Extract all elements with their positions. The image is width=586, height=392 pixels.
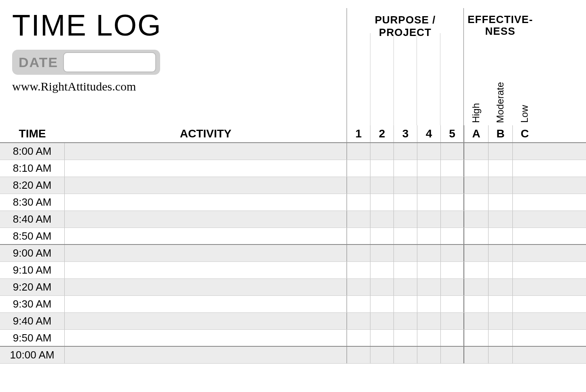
purpose-cell[interactable] [440, 296, 464, 312]
purpose-cell[interactable] [370, 347, 393, 363]
effectiveness-cell[interactable] [512, 143, 537, 160]
effectiveness-cell[interactable] [488, 330, 512, 346]
effectiveness-cell[interactable] [488, 228, 512, 244]
purpose-cell[interactable] [440, 211, 464, 228]
activity-cell[interactable] [65, 279, 347, 295]
purpose-cell[interactable] [370, 228, 393, 244]
effectiveness-cell[interactable] [488, 160, 512, 177]
effectiveness-cell[interactable] [464, 194, 488, 211]
purpose-cell[interactable] [347, 160, 370, 177]
purpose-cell[interactable] [440, 177, 464, 194]
purpose-cell[interactable] [440, 262, 464, 278]
effectiveness-cell[interactable] [512, 262, 537, 278]
purpose-cell[interactable] [370, 313, 393, 329]
purpose-cell[interactable] [347, 296, 370, 312]
purpose-cell[interactable] [393, 245, 417, 261]
purpose-cell[interactable] [440, 245, 464, 261]
purpose-cell[interactable] [370, 160, 393, 177]
purpose-cell[interactable] [417, 160, 440, 177]
purpose-cell[interactable] [393, 143, 417, 160]
purpose-cell[interactable] [370, 330, 393, 346]
purpose-cell[interactable] [370, 194, 393, 211]
activity-cell[interactable] [65, 296, 347, 312]
effectiveness-cell[interactable] [488, 279, 512, 295]
effectiveness-cell[interactable] [464, 262, 488, 278]
purpose-cell[interactable] [347, 279, 370, 295]
purpose-cell[interactable] [347, 211, 370, 228]
purpose-cell[interactable] [417, 177, 440, 194]
effectiveness-cell[interactable] [464, 330, 488, 346]
purpose-cell[interactable] [370, 143, 393, 160]
activity-cell[interactable] [65, 143, 347, 160]
effectiveness-cell[interactable] [464, 160, 488, 177]
purpose-cell[interactable] [347, 330, 370, 346]
effectiveness-cell[interactable] [488, 296, 512, 312]
purpose-cell[interactable] [393, 228, 417, 244]
activity-cell[interactable] [65, 177, 347, 194]
purpose-cell[interactable] [417, 296, 440, 312]
activity-cell[interactable] [65, 330, 347, 346]
effectiveness-cell[interactable] [464, 143, 488, 160]
activity-cell[interactable] [65, 211, 347, 228]
purpose-cell[interactable] [347, 194, 370, 211]
purpose-cell[interactable] [347, 228, 370, 244]
effectiveness-cell[interactable] [464, 279, 488, 295]
activity-cell[interactable] [65, 228, 347, 244]
activity-cell[interactable] [65, 262, 347, 278]
purpose-cell[interactable] [440, 160, 464, 177]
purpose-cell[interactable] [440, 194, 464, 211]
effectiveness-cell[interactable] [488, 245, 512, 261]
purpose-cell[interactable] [393, 347, 417, 363]
effectiveness-cell[interactable] [512, 177, 537, 194]
activity-cell[interactable] [65, 245, 347, 261]
purpose-cell[interactable] [417, 211, 440, 228]
purpose-cell[interactable] [440, 279, 464, 295]
effectiveness-cell[interactable] [464, 347, 488, 363]
purpose-cell[interactable] [347, 177, 370, 194]
purpose-cell[interactable] [370, 279, 393, 295]
purpose-cell[interactable] [393, 313, 417, 329]
effectiveness-cell[interactable] [464, 245, 488, 261]
effectiveness-cell[interactable] [464, 211, 488, 228]
effectiveness-cell[interactable] [464, 228, 488, 244]
purpose-cell[interactable] [393, 262, 417, 278]
purpose-cell[interactable] [393, 211, 417, 228]
purpose-cell[interactable] [370, 262, 393, 278]
effectiveness-cell[interactable] [512, 160, 537, 177]
activity-cell[interactable] [65, 194, 347, 211]
purpose-cell[interactable] [393, 330, 417, 346]
effectiveness-cell[interactable] [488, 143, 512, 160]
effectiveness-cell[interactable] [464, 296, 488, 312]
effectiveness-cell[interactable] [512, 228, 537, 244]
purpose-cell[interactable] [393, 296, 417, 312]
purpose-cell[interactable] [417, 262, 440, 278]
activity-cell[interactable] [65, 313, 347, 329]
purpose-cell[interactable] [347, 245, 370, 261]
purpose-cell[interactable] [370, 177, 393, 194]
purpose-cell[interactable] [417, 279, 440, 295]
purpose-cell[interactable] [370, 245, 393, 261]
effectiveness-cell[interactable] [488, 262, 512, 278]
purpose-cell[interactable] [417, 228, 440, 244]
effectiveness-cell[interactable] [512, 296, 537, 312]
effectiveness-cell[interactable] [512, 194, 537, 211]
purpose-cell[interactable] [440, 143, 464, 160]
effectiveness-cell[interactable] [488, 313, 512, 329]
effectiveness-cell[interactable] [512, 245, 537, 261]
purpose-cell[interactable] [393, 194, 417, 211]
purpose-cell[interactable] [393, 160, 417, 177]
purpose-cell[interactable] [417, 347, 440, 363]
purpose-cell[interactable] [393, 177, 417, 194]
purpose-cell[interactable] [370, 211, 393, 228]
effectiveness-cell[interactable] [464, 313, 488, 329]
effectiveness-cell[interactable] [488, 194, 512, 211]
activity-cell[interactable] [65, 347, 347, 363]
purpose-cell[interactable] [417, 330, 440, 346]
purpose-cell[interactable] [347, 262, 370, 278]
purpose-cell[interactable] [417, 194, 440, 211]
purpose-cell[interactable] [440, 313, 464, 329]
effectiveness-cell[interactable] [512, 347, 537, 363]
effectiveness-cell[interactable] [512, 313, 537, 329]
date-input[interactable] [63, 52, 156, 72]
purpose-cell[interactable] [440, 347, 464, 363]
